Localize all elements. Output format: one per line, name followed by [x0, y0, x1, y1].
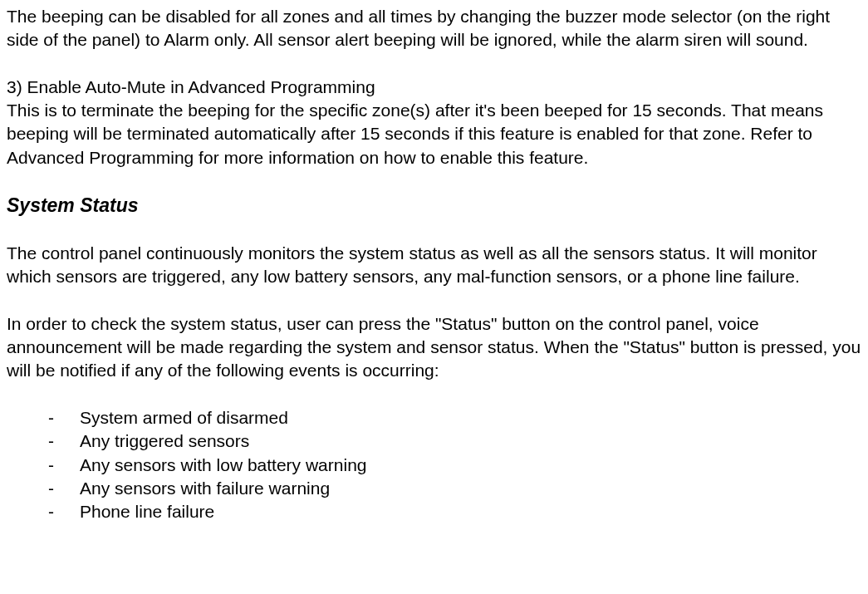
- list-item-text: Phone line failure: [80, 500, 214, 523]
- list-item-text: Any triggered sensors: [80, 430, 249, 453]
- list-bullet: -: [48, 406, 80, 430]
- list-item: - Any triggered sensors: [48, 430, 861, 453]
- paragraph-monitoring: The control panel continuously monitors …: [7, 242, 861, 289]
- paragraph-auto-mute: This is to terminate the beeping for the…: [7, 99, 861, 169]
- subsection-title-auto-mute: 3) Enable Auto-Mute in Advanced Programm…: [7, 76, 861, 99]
- list-item: - Phone line failure: [48, 500, 861, 523]
- list-bullet: -: [48, 477, 80, 500]
- list-item: - System armed of disarmed: [48, 406, 861, 430]
- blank-line: [7, 52, 861, 76]
- paragraph-buzzer-mode: The beeping can be disabled for all zone…: [7, 5, 861, 52]
- list-item: - Any sensors with failure warning: [48, 477, 861, 500]
- list-bullet: -: [48, 454, 80, 477]
- list-bullet: -: [48, 430, 80, 453]
- status-event-list: - System armed of disarmed - Any trigger…: [7, 406, 861, 524]
- blank-line: [7, 289, 861, 312]
- list-item-text: Any sensors with low battery warning: [80, 454, 367, 477]
- list-item: - Any sensors with low battery warning: [48, 454, 861, 477]
- paragraph-status-button: In order to check the system status, use…: [7, 312, 861, 383]
- blank-line: [7, 169, 861, 193]
- list-bullet: -: [48, 500, 80, 523]
- heading-system-status: System Status: [7, 193, 861, 218]
- blank-line: [7, 218, 861, 242]
- list-item-text: System armed of disarmed: [80, 406, 288, 430]
- list-item-text: Any sensors with failure warning: [80, 477, 330, 500]
- blank-line: [7, 383, 861, 406]
